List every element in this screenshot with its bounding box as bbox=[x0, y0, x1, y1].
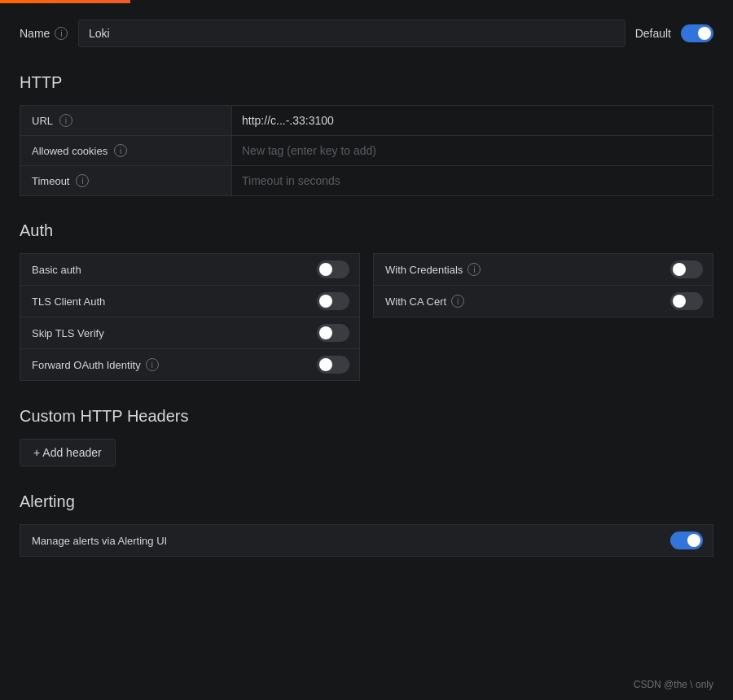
http-section: HTTP URL i Allowed cookies i Timeout i bbox=[20, 73, 713, 196]
default-toggle-slider[interactable] bbox=[681, 24, 713, 42]
basic-auth-label: Basic auth bbox=[20, 256, 307, 284]
allowed-cookies-input[interactable] bbox=[240, 141, 704, 160]
basic-auth-row: Basic auth bbox=[20, 254, 359, 286]
with-ca-cert-toggle[interactable] bbox=[661, 286, 713, 317]
forward-oauth-info-icon[interactable]: i bbox=[146, 358, 159, 371]
timeout-value-cell bbox=[232, 166, 713, 195]
manage-alerts-toggle-control[interactable] bbox=[670, 532, 703, 549]
manage-alerts-toggle[interactable] bbox=[661, 525, 713, 556]
auth-right-rows: With Credentials i With CA Cert i bbox=[373, 253, 713, 317]
with-credentials-toggle[interactable] bbox=[661, 254, 713, 285]
auth-columns: Basic auth TLS Client Auth bbox=[20, 253, 713, 381]
name-label-text: Name bbox=[20, 27, 50, 40]
basic-auth-toggle[interactable] bbox=[307, 254, 359, 285]
with-credentials-row: With Credentials i bbox=[374, 254, 713, 286]
with-ca-cert-label: With CA Cert i bbox=[374, 287, 661, 316]
auth-section: Auth Basic auth bbox=[20, 221, 713, 381]
with-ca-cert-info-icon[interactable]: i bbox=[451, 295, 464, 308]
allowed-cookies-info-icon[interactable]: i bbox=[114, 144, 127, 157]
with-credentials-toggle-control[interactable] bbox=[670, 260, 703, 278]
http-heading: HTTP bbox=[20, 73, 713, 92]
custom-headers-section: Custom HTTP Headers + Add header bbox=[20, 407, 713, 466]
alerting-section: Alerting Manage alerts via Alerting UI bbox=[20, 492, 713, 557]
basic-auth-toggle-control[interactable] bbox=[317, 260, 349, 278]
url-info-icon[interactable]: i bbox=[59, 114, 72, 127]
tls-client-auth-label: TLS Client Auth bbox=[20, 287, 307, 316]
with-ca-cert-toggle-control[interactable] bbox=[670, 292, 703, 310]
auth-heading: Auth bbox=[20, 221, 713, 240]
allowed-cookies-label-cell: Allowed cookies i bbox=[20, 136, 232, 165]
name-row: Name i Default bbox=[20, 20, 713, 47]
url-input[interactable] bbox=[240, 111, 704, 130]
default-toggle[interactable] bbox=[681, 24, 713, 42]
add-header-button[interactable]: + Add header bbox=[20, 439, 116, 466]
url-value-cell bbox=[232, 106, 713, 135]
tls-client-auth-toggle[interactable] bbox=[307, 286, 359, 317]
default-label: Default bbox=[635, 27, 671, 40]
url-label-cell: URL i bbox=[20, 106, 232, 135]
forward-oauth-label: Forward OAuth Identity i bbox=[20, 350, 307, 379]
auth-left-rows: Basic auth TLS Client Auth bbox=[20, 253, 360, 381]
timeout-label: Timeout bbox=[32, 175, 69, 187]
timeout-info-icon[interactable]: i bbox=[76, 174, 89, 187]
auth-left-col: Basic auth TLS Client Auth bbox=[20, 253, 360, 381]
forward-oauth-row: Forward OAuth Identity i bbox=[20, 349, 359, 380]
manage-alerts-label: Manage alerts via Alerting UI bbox=[20, 527, 661, 555]
custom-headers-heading: Custom HTTP Headers bbox=[20, 407, 713, 426]
skip-tls-toggle[interactable] bbox=[307, 317, 359, 348]
allowed-cookies-row: Allowed cookies i bbox=[20, 135, 713, 166]
url-row: URL i bbox=[20, 105, 713, 136]
footer-note: CSDN @the \ only bbox=[634, 679, 713, 690]
manage-alerts-row: Manage alerts via Alerting UI bbox=[20, 524, 713, 557]
skip-tls-label: Skip TLS Verify bbox=[20, 319, 307, 348]
with-credentials-label: With Credentials i bbox=[374, 255, 661, 284]
skip-tls-row: Skip TLS Verify bbox=[20, 317, 359, 349]
url-label: URL bbox=[32, 115, 53, 127]
timeout-input[interactable] bbox=[240, 171, 704, 190]
name-input[interactable] bbox=[78, 20, 625, 47]
auth-right-col: With Credentials i With CA Cert i bbox=[373, 253, 713, 381]
allowed-cookies-value-cell bbox=[232, 136, 713, 165]
timeout-row: Timeout i bbox=[20, 165, 713, 196]
forward-oauth-toggle-control[interactable] bbox=[317, 356, 349, 374]
alerting-heading: Alerting bbox=[20, 492, 713, 511]
tls-client-auth-toggle-control[interactable] bbox=[317, 292, 349, 310]
name-label: Name i bbox=[20, 27, 68, 40]
forward-oauth-toggle[interactable] bbox=[307, 349, 359, 380]
tls-client-auth-row: TLS Client Auth bbox=[20, 286, 359, 317]
with-ca-cert-row: With CA Cert i bbox=[374, 286, 713, 317]
timeout-label-cell: Timeout i bbox=[20, 166, 232, 195]
with-credentials-info-icon[interactable]: i bbox=[467, 263, 481, 276]
name-info-icon[interactable]: i bbox=[55, 27, 68, 40]
skip-tls-toggle-control[interactable] bbox=[317, 324, 349, 342]
allowed-cookies-label: Allowed cookies bbox=[32, 145, 108, 157]
